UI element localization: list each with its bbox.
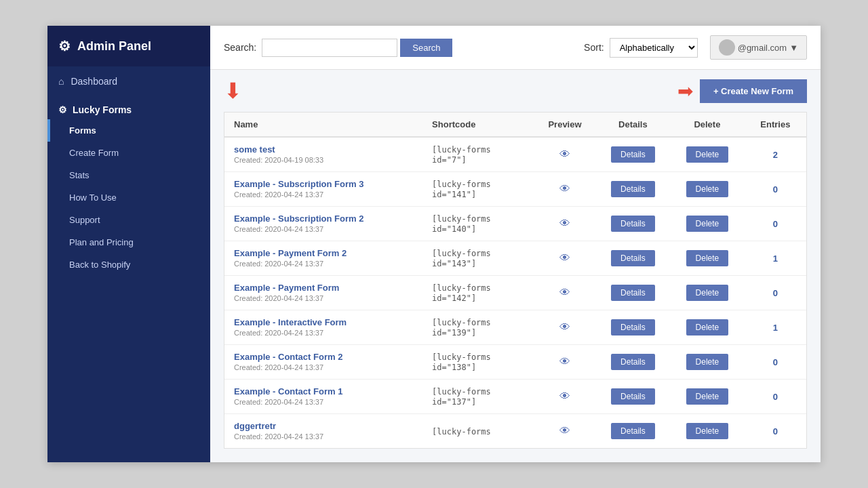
- search-label: Search:: [224, 42, 256, 53]
- form-details-cell: Details: [596, 345, 671, 380]
- details-button[interactable]: Details: [611, 285, 655, 301]
- form-preview-cell[interactable]: 👁: [534, 276, 595, 310]
- main-content: Search: Search Sort: Alphabetically Date…: [210, 26, 821, 462]
- form-name-link[interactable]: Example - Subscription Form 2: [234, 214, 413, 224]
- form-preview-cell[interactable]: 👁: [534, 380, 595, 414]
- details-button[interactable]: Details: [611, 146, 655, 163]
- sidebar-item-create-form[interactable]: Create Form: [47, 142, 210, 164]
- forms-table: Name Shortcode Preview Details Delete En…: [224, 113, 806, 448]
- form-shortcode-cell: [lucky-forms id="7"]: [422, 137, 534, 172]
- form-created-date: Created: 2020-04-24 13:37: [234, 294, 323, 302]
- form-shortcode-cell: [lucky-forms id="141"]: [422, 172, 534, 207]
- form-created-date: Created: 2020-04-24 13:37: [234, 329, 323, 337]
- sidebar-item-support[interactable]: Support: [47, 209, 210, 231]
- form-shortcode: [lucky-forms id="140"]: [432, 214, 491, 234]
- form-delete-cell: Delete: [670, 276, 745, 310]
- chevron-down-icon: ▼: [789, 43, 798, 53]
- form-preview-cell[interactable]: 👁: [534, 414, 595, 449]
- form-delete-cell: Delete: [670, 137, 745, 172]
- form-shortcode-cell: [lucky-forms id="142"]: [422, 276, 534, 310]
- form-name-link[interactable]: Example - Payment Form 2: [234, 248, 413, 258]
- form-preview-cell[interactable]: 👁: [534, 345, 595, 380]
- form-delete-cell: Delete: [670, 207, 745, 241]
- delete-button[interactable]: Delete: [686, 181, 729, 197]
- preview-eye-icon[interactable]: 👁: [559, 148, 570, 160]
- form-details-cell: Details: [596, 414, 671, 449]
- form-entries-cell: 2: [745, 137, 806, 172]
- col-header-entries: Entries: [745, 113, 806, 137]
- form-name-link[interactable]: dggertretr: [234, 421, 413, 431]
- sidebar-section-lucky-forms: ⚙ Lucky Forms: [47, 96, 210, 119]
- form-name-link[interactable]: Example - Contact Form 1: [234, 386, 413, 396]
- form-name-link[interactable]: Example - Contact Form 2: [234, 352, 413, 362]
- col-header-name: Name: [224, 113, 422, 137]
- form-delete-cell: Delete: [670, 414, 745, 449]
- preview-eye-icon[interactable]: 👁: [559, 425, 570, 436]
- details-button[interactable]: Details: [611, 216, 655, 232]
- details-button[interactable]: Details: [611, 354, 655, 370]
- form-created-date: Created: 2020-04-19 08:33: [234, 156, 323, 164]
- form-shortcode-cell: [lucky-forms id="137"]: [422, 380, 534, 414]
- form-shortcode: [lucky-forms id="138"]: [432, 352, 491, 372]
- arrow-right-area: ➡ + Create New Form: [677, 79, 807, 103]
- preview-eye-icon[interactable]: 👁: [559, 390, 570, 402]
- section-label: Lucky Forms: [73, 104, 132, 115]
- form-name-link[interactable]: Example - Subscription Form 3: [234, 179, 413, 189]
- delete-button[interactable]: Delete: [686, 216, 729, 232]
- form-created-date: Created: 2020-04-24 13:37: [234, 432, 323, 441]
- form-created-date: Created: 2020-04-24 13:37: [234, 363, 323, 371]
- form-shortcode: [lucky-forms id="7"]: [432, 145, 491, 165]
- preview-eye-icon[interactable]: 👁: [559, 356, 570, 367]
- details-button[interactable]: Details: [611, 423, 655, 439]
- form-name-cell: Example - Payment Form Created: 2020-04-…: [224, 276, 422, 310]
- form-preview-cell[interactable]: 👁: [534, 207, 595, 241]
- form-created-date: Created: 2020-04-24 13:37: [234, 398, 323, 406]
- sidebar-item-forms[interactable]: Forms: [47, 119, 210, 142]
- sort-select[interactable]: Alphabetically Date Created Entries: [610, 38, 698, 58]
- form-preview-cell[interactable]: 👁: [534, 241, 595, 276]
- search-button[interactable]: Search: [400, 39, 452, 57]
- form-shortcode: [lucky-forms id="142"]: [432, 283, 491, 303]
- delete-button[interactable]: Delete: [686, 354, 729, 370]
- sidebar: ⚙ Admin Panel ⌂ Dashboard ⚙ Lucky Forms …: [47, 26, 210, 462]
- delete-button[interactable]: Delete: [686, 319, 729, 336]
- form-preview-cell[interactable]: 👁: [534, 137, 595, 172]
- form-details-cell: Details: [596, 172, 671, 207]
- form-name-link[interactable]: Example - Interactive Form: [234, 317, 413, 327]
- form-preview-cell[interactable]: 👁: [534, 310, 595, 345]
- details-button[interactable]: Details: [611, 250, 655, 266]
- sidebar-item-back-to-shopify[interactable]: Back to Shopify: [47, 253, 210, 276]
- create-new-form-button[interactable]: + Create New Form: [700, 79, 807, 103]
- form-delete-cell: Delete: [670, 345, 745, 380]
- form-entries-cell: 1: [745, 310, 806, 345]
- user-dropdown[interactable]: @gmail.com ▼: [710, 35, 807, 60]
- sidebar-item-plan-and-pricing[interactable]: Plan and Pricing: [47, 231, 210, 253]
- form-name-link[interactable]: some test: [234, 144, 413, 155]
- form-shortcode: [lucky-forms id="139"]: [432, 318, 491, 338]
- delete-button[interactable]: Delete: [686, 423, 729, 439]
- form-name-link[interactable]: Example - Payment Form: [234, 283, 413, 293]
- search-input[interactable]: [262, 39, 397, 57]
- delete-button[interactable]: Delete: [686, 285, 729, 301]
- form-shortcode-cell: [lucky-forms id="138"]: [422, 345, 534, 380]
- details-button[interactable]: Details: [611, 319, 655, 336]
- preview-eye-icon[interactable]: 👁: [559, 252, 570, 264]
- details-button[interactable]: Details: [611, 181, 655, 197]
- delete-button[interactable]: Delete: [686, 388, 729, 405]
- table-row: dggertretr Created: 2020-04-24 13:37 [lu…: [224, 414, 806, 449]
- delete-button[interactable]: Delete: [686, 146, 729, 163]
- delete-button[interactable]: Delete: [686, 250, 729, 266]
- form-entries-cell: 0: [745, 207, 806, 241]
- sidebar-item-dashboard[interactable]: ⌂ Dashboard: [47, 66, 210, 96]
- form-shortcode-cell: [lucky-forms: [422, 414, 534, 449]
- preview-eye-icon[interactable]: 👁: [559, 183, 570, 195]
- preview-eye-icon[interactable]: 👁: [559, 218, 570, 229]
- details-button[interactable]: Details: [611, 388, 655, 405]
- sidebar-item-how-to-use[interactable]: How To Use: [47, 186, 210, 209]
- form-name-cell: Example - Interactive Form Created: 2020…: [224, 310, 422, 345]
- form-preview-cell[interactable]: 👁: [534, 172, 595, 207]
- sidebar-item-stats[interactable]: Stats: [47, 164, 210, 186]
- preview-eye-icon[interactable]: 👁: [559, 287, 570, 298]
- preview-eye-icon[interactable]: 👁: [559, 321, 570, 333]
- user-email: @gmail.com: [738, 43, 787, 53]
